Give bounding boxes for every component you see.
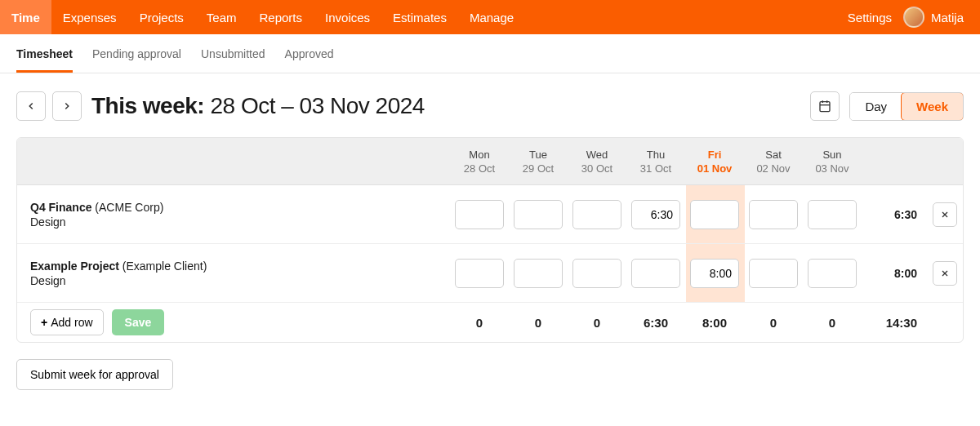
time-input[interactable] bbox=[690, 200, 739, 229]
avatar bbox=[903, 7, 924, 28]
footer-row: + Add rowSave0006:308:000014:30 bbox=[17, 303, 963, 342]
nav-item-time[interactable]: Time bbox=[0, 0, 51, 34]
time-cell bbox=[744, 259, 803, 288]
svg-rect-0 bbox=[820, 102, 830, 112]
plus-icon: + bbox=[41, 316, 47, 329]
time-input[interactable] bbox=[808, 259, 857, 288]
row-total: 6:30 bbox=[862, 208, 927, 221]
table-row: Example Project (Example Client)Design8:… bbox=[17, 244, 963, 303]
nav-settings[interactable]: Settings bbox=[836, 0, 903, 34]
nav-item-manage[interactable]: Manage bbox=[458, 0, 525, 34]
delete-row-button[interactable] bbox=[933, 261, 957, 286]
time-input[interactable] bbox=[514, 200, 563, 229]
column-total: 8:00 bbox=[685, 316, 744, 330]
page-title: This week: 28 Oct – 03 Nov 2024 bbox=[91, 93, 425, 119]
day-header: Sun03 Nov bbox=[803, 149, 862, 175]
close-icon bbox=[940, 210, 950, 220]
time-input[interactable] bbox=[808, 200, 857, 229]
nav-item-invoices[interactable]: Invoices bbox=[314, 0, 381, 34]
row-total: 8:00 bbox=[862, 267, 927, 280]
column-total: 0 bbox=[803, 316, 862, 330]
time-cell bbox=[450, 200, 509, 229]
column-total: 0 bbox=[568, 316, 626, 330]
table-row: Q4 Finance (ACME Corp)Design6:30 bbox=[17, 185, 963, 244]
view-toggle: Day Week bbox=[849, 92, 964, 121]
column-total: 0 bbox=[744, 316, 803, 330]
time-cell bbox=[744, 200, 803, 229]
title-prefix: This week: bbox=[91, 93, 204, 118]
time-cell bbox=[803, 200, 862, 229]
arrow-right-icon bbox=[61, 100, 73, 112]
top-nav: TimeExpensesProjectsTeamReportsInvoicesE… bbox=[0, 0, 980, 34]
timesheet-grid: Mon28 OctTue29 OctWed30 OctThu31 OctFri0… bbox=[16, 137, 964, 343]
time-input[interactable] bbox=[572, 200, 621, 229]
day-header: Sat02 Nov bbox=[744, 149, 803, 175]
header-row: Mon28 OctTue29 OctWed30 OctThu31 OctFri0… bbox=[17, 138, 963, 185]
time-input[interactable] bbox=[690, 259, 739, 288]
timesheet-wrapper: Mon28 OctTue29 OctWed30 OctThu31 OctFri0… bbox=[16, 137, 964, 343]
calendar-icon bbox=[818, 100, 831, 113]
next-week-button[interactable] bbox=[52, 91, 82, 121]
calendar-button[interactable] bbox=[810, 91, 840, 121]
nav-item-estimates[interactable]: Estimates bbox=[381, 0, 458, 34]
view-week-button[interactable]: Week bbox=[901, 92, 964, 121]
nav-item-reports[interactable]: Reports bbox=[248, 0, 314, 34]
time-cell bbox=[626, 259, 685, 288]
prev-week-button[interactable] bbox=[16, 91, 46, 121]
grand-total: 14:30 bbox=[862, 316, 927, 330]
time-cell bbox=[803, 259, 862, 288]
day-header: Thu31 Oct bbox=[626, 149, 685, 175]
time-cell bbox=[685, 259, 744, 288]
day-header: Mon28 Oct bbox=[450, 149, 509, 175]
nav-item-projects[interactable]: Projects bbox=[128, 0, 195, 34]
title-range: 28 Oct – 03 Nov 2024 bbox=[210, 93, 424, 118]
delete-row-button[interactable] bbox=[933, 202, 957, 227]
time-input[interactable] bbox=[455, 259, 504, 288]
submit-week-button[interactable]: Submit week for approval bbox=[16, 359, 173, 390]
tab-pending-approval[interactable]: Pending approval bbox=[92, 36, 181, 72]
save-button[interactable]: Save bbox=[112, 309, 165, 335]
tab-unsubmitted[interactable]: Unsubmitted bbox=[201, 36, 265, 72]
project-cell[interactable]: Example Project (Example Client)Design bbox=[17, 260, 450, 287]
time-input[interactable] bbox=[631, 259, 680, 288]
add-row-button[interactable]: + Add row bbox=[30, 309, 104, 335]
time-cell bbox=[509, 200, 568, 229]
time-input[interactable] bbox=[749, 259, 798, 288]
title-bar: This week: 28 Oct – 03 Nov 2024 Day Week bbox=[16, 91, 964, 121]
close-icon bbox=[940, 268, 950, 278]
page-content: This week: 28 Oct – 03 Nov 2024 Day Week… bbox=[0, 73, 980, 423]
column-total: 6:30 bbox=[626, 316, 685, 330]
column-total: 0 bbox=[509, 316, 568, 330]
time-cell bbox=[685, 200, 744, 229]
time-cell bbox=[450, 259, 509, 288]
time-input[interactable] bbox=[572, 259, 621, 288]
time-input[interactable] bbox=[631, 200, 680, 229]
day-header: Tue29 Oct bbox=[509, 149, 568, 175]
day-header: Fri01 Nov bbox=[685, 149, 744, 175]
time-cell bbox=[568, 200, 626, 229]
arrow-left-icon bbox=[25, 100, 37, 112]
time-cell bbox=[568, 259, 626, 288]
column-total: 0 bbox=[450, 316, 509, 330]
sub-nav: TimesheetPending approvalUnsubmittedAppr… bbox=[0, 34, 980, 73]
user-menu[interactable]: Matija bbox=[903, 7, 980, 28]
nav-item-expenses[interactable]: Expenses bbox=[51, 0, 128, 34]
user-name: Matija bbox=[931, 11, 964, 24]
time-cell bbox=[626, 200, 685, 229]
time-input[interactable] bbox=[749, 200, 798, 229]
time-cell bbox=[509, 259, 568, 288]
view-day-button[interactable]: Day bbox=[850, 93, 902, 120]
day-header: Wed30 Oct bbox=[568, 149, 626, 175]
project-cell[interactable]: Q4 Finance (ACME Corp)Design bbox=[17, 201, 450, 229]
tab-approved[interactable]: Approved bbox=[285, 36, 334, 72]
tab-timesheet[interactable]: Timesheet bbox=[16, 36, 73, 72]
time-input[interactable] bbox=[514, 259, 563, 288]
time-input[interactable] bbox=[455, 200, 504, 229]
nav-item-team[interactable]: Team bbox=[195, 0, 248, 34]
